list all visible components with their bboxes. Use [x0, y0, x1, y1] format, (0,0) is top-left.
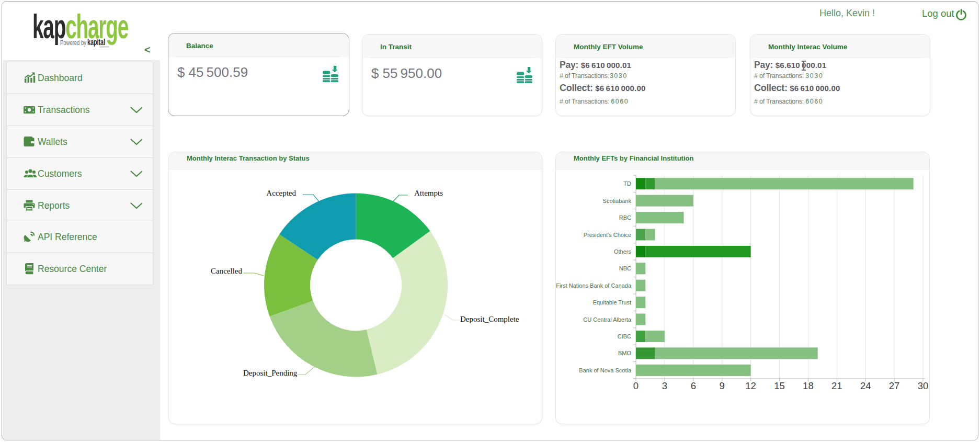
- svg-text:Scotiabank: Scotiabank: [603, 198, 632, 204]
- svg-text:21: 21: [831, 380, 842, 391]
- svg-text:Attempts: Attempts: [414, 189, 443, 197]
- svg-text:30: 30: [918, 380, 929, 391]
- svg-text:TD: TD: [623, 180, 631, 187]
- svg-text:Cancelled: Cancelled: [211, 267, 242, 275]
- svg-text:First Nations Bank of Canada: First Nations Bank of Canada: [556, 282, 632, 289]
- svg-text:President's Choice: President's Choice: [584, 232, 631, 238]
- svg-text:Bank of Nova Scotia: Bank of Nova Scotia: [579, 367, 632, 373]
- svg-text:RBC: RBC: [619, 214, 631, 221]
- svg-text:9: 9: [720, 380, 725, 391]
- svg-text:BMO: BMO: [618, 350, 632, 356]
- svg-text:24: 24: [860, 380, 871, 391]
- svg-text:Powered by: Powered by: [60, 39, 86, 47]
- svg-text:Deposit_Pending: Deposit_Pending: [243, 369, 298, 377]
- svg-text:NBC: NBC: [619, 265, 631, 271]
- svg-text:12: 12: [745, 380, 756, 391]
- svg-text:0: 0: [633, 380, 639, 391]
- svg-text:CU Central Alberta: CU Central Alberta: [583, 316, 632, 323]
- svg-text:Deposit_Complete: Deposit_Complete: [460, 315, 519, 323]
- svg-text:3: 3: [662, 380, 667, 391]
- svg-text:Solutions: Solutions: [99, 46, 109, 48]
- svg-text:CIBC: CIBC: [618, 333, 631, 339]
- svg-text:15: 15: [774, 380, 785, 391]
- svg-text:6: 6: [691, 380, 696, 391]
- svg-text:18: 18: [803, 380, 814, 391]
- svg-text:Equitable Trust: Equitable Trust: [593, 299, 631, 305]
- svg-text:27: 27: [889, 380, 900, 391]
- svg-text:Accepted: Accepted: [266, 189, 296, 197]
- svg-text:Others: Others: [614, 248, 632, 255]
